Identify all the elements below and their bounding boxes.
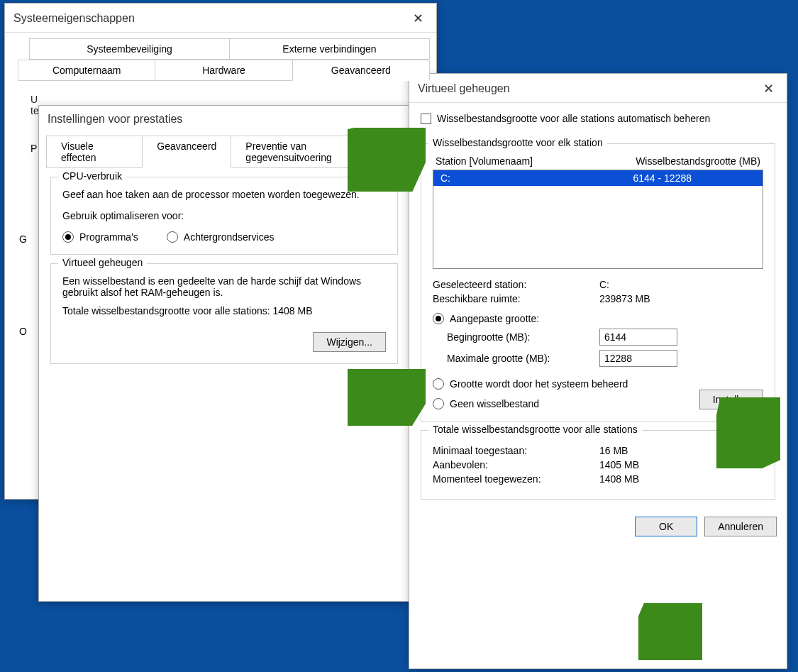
- tab-row-upper: Systeembeveiliging Externe verbindingen: [29, 38, 429, 60]
- radio-custom-size[interactable]: Aangepaste grootte:: [433, 313, 539, 324]
- drive-size: 6144 - 12288: [633, 172, 692, 184]
- vm-desc: Een wisselbestand is een gedeelte van de…: [62, 275, 386, 298]
- column-headers: Station [Volumenaam] Wisselbestandsgroot…: [433, 155, 763, 170]
- radio-dot-icon: [167, 231, 178, 243]
- checkbox-auto-manage[interactable]: Wisselbestandsgrootte voor alle stations…: [421, 113, 710, 124]
- selected-station-label: Geselecteerd station:: [433, 279, 599, 290]
- legend-totals: Totale wisselbestandsgrootte voor alle s…: [428, 424, 642, 435]
- kv-rec: Aanbevolen: 1405 MB: [433, 459, 763, 470]
- group-totals: Totale wisselbestandsgrootte voor alle s…: [421, 430, 775, 500]
- group-per-station: Wisselbestandsgrootte voor elk station S…: [421, 143, 775, 422]
- group-cpu: CPU-verbruik Geef aan hoe taken aan de p…: [50, 177, 398, 255]
- close-icon[interactable]: ✕: [759, 81, 778, 97]
- vm-total-value: 1408 MB: [273, 305, 313, 316]
- window-virtual-memory: Virtueel geheugen ✕ Wisselbestandsgroott…: [409, 73, 787, 669]
- hint-p: P: [31, 143, 37, 154]
- avail-label: Beschikbare ruimte:: [433, 293, 599, 304]
- initial-size-input[interactable]: [599, 329, 677, 346]
- kv-available: Beschikbare ruimte: 239873 MB: [433, 293, 763, 304]
- kv-max: Maximale grootte (MB):: [447, 350, 763, 367]
- wijzigen-button[interactable]: Wijzigen...: [313, 332, 386, 352]
- body-fragment-u: U: [31, 94, 422, 105]
- group-vm: Virtueel geheugen Een wisselbestand is e…: [50, 263, 398, 364]
- rec-value: 1405 MB: [599, 459, 639, 470]
- titlebar-system-properties: Systeemeigenschappen ✕: [5, 4, 436, 33]
- title-performance: Instellingen voor prestaties: [48, 113, 182, 126]
- titlebar-vm: Virtueel geheugen ✕: [409, 74, 787, 103]
- cpu-radio-row: Programma's Achtergrondservices: [62, 231, 386, 243]
- legend-per-station: Wisselbestandsgrootte voor elk station: [428, 137, 607, 148]
- max-size-input[interactable]: [599, 350, 677, 367]
- drive-name: C:: [440, 172, 450, 184]
- radio-programmas[interactable]: Programma's: [62, 231, 138, 243]
- tab-computernaam[interactable]: Computernaam: [18, 60, 155, 80]
- tab-geavanceerd[interactable]: Geavanceerd: [292, 60, 430, 81]
- initial-label: Begingrootte (MB):: [447, 331, 599, 343]
- avail-value: 239873 MB: [599, 293, 650, 304]
- drive-listbox[interactable]: C: 6144 - 12288: [433, 170, 763, 269]
- radio-bg-label: Achtergrondservices: [184, 231, 275, 243]
- cur-label: Momenteel toegewezen:: [433, 473, 599, 485]
- title-vm: Virtueel geheugen: [418, 82, 510, 95]
- kv-cur: Momenteel toegewezen: 1408 MB: [433, 473, 763, 485]
- tab-hardware[interactable]: Hardware: [155, 60, 292, 80]
- col-station: Station [Volumenaam]: [436, 155, 533, 167]
- cpu-desc: Geef aan hoe taken aan de processor moet…: [62, 189, 386, 200]
- titlebar-performance: Instellingen voor prestaties: [39, 106, 409, 131]
- radio-dot-icon: [433, 378, 444, 390]
- instellen-button[interactable]: Instellen: [699, 390, 763, 409]
- tab-systeembeveiliging[interactable]: Systeembeveiliging: [29, 38, 230, 59]
- radio-dot-icon: [433, 313, 444, 324]
- radio-programmas-label: Programma's: [79, 231, 138, 243]
- kv-min: Minimaal toegestaan: 16 MB: [433, 445, 763, 456]
- close-icon[interactable]: ✕: [409, 11, 428, 26]
- tab-visuele-effecten[interactable]: Visuele effecten: [46, 136, 143, 167]
- vm-total-label: Totale wisselbestandsgrootte voor alle s…: [62, 305, 270, 316]
- drive-row[interactable]: C: 6144 - 12288: [433, 170, 763, 186]
- checkbox-box-icon: [421, 114, 431, 124]
- radio-dot-icon: [62, 231, 74, 243]
- title-system-properties: Systeemeigenschappen: [13, 12, 135, 25]
- kv-selected-station: Geselecteerd station: C:: [433, 279, 763, 290]
- window-performance-options: Instellingen voor prestaties Visuele eff…: [38, 105, 410, 602]
- hint-o: O: [19, 326, 27, 337]
- radio-custom-label: Aangepaste grootte:: [450, 313, 539, 324]
- legend-vm: Virtueel geheugen: [58, 257, 147, 268]
- col-size: Wisselbestandsgrootte (MB): [636, 155, 760, 167]
- cur-value: 1408 MB: [599, 473, 639, 485]
- cpu-opt-label: Gebruik optimaliseren voor:: [62, 210, 386, 221]
- radio-achtergrondservices[interactable]: Achtergrondservices: [167, 231, 275, 243]
- legend-cpu: CPU-verbruik: [58, 170, 126, 182]
- tab-preventie[interactable]: Preventie van gegevensuitvoering: [231, 136, 403, 167]
- tab-externe-verbindingen[interactable]: Externe verbindingen: [229, 38, 430, 59]
- radio-system-managed[interactable]: Grootte wordt door het systeem beheerd: [433, 378, 628, 390]
- checkbox-auto-label: Wisselbestandsgrootte voor alle stations…: [437, 113, 710, 124]
- vm-total-row: Totale wisselbestandsgrootte voor alle s…: [62, 305, 386, 316]
- tab-row-lower: Computernaam Hardware Geavanceerd: [18, 60, 429, 81]
- radio-system-label: Grootte wordt door het systeem beheerd: [450, 378, 628, 390]
- radio-no-paging[interactable]: Geen wisselbestand: [433, 398, 628, 409]
- radio-dot-icon: [433, 398, 444, 409]
- dialog-button-row: OK Annuleren: [409, 508, 787, 545]
- min-value: 16 MB: [599, 445, 628, 456]
- tab-geavanceerd-perf[interactable]: Geavanceerd: [142, 136, 231, 168]
- kv-initial: Begingrootte (MB):: [447, 329, 763, 346]
- radio-none-label: Geen wisselbestand: [450, 398, 539, 409]
- ok-button[interactable]: OK: [635, 517, 697, 536]
- rec-label: Aanbevolen:: [433, 459, 599, 470]
- annuleren-button[interactable]: Annuleren: [704, 517, 777, 536]
- max-label: Maximale grootte (MB):: [447, 353, 599, 364]
- min-label: Minimaal toegestaan:: [433, 445, 599, 456]
- selected-station-value: C:: [599, 279, 609, 290]
- hint-g: G: [19, 233, 27, 245]
- tab-row-performance: Visuele effecten Geavanceerd Preventie v…: [46, 136, 402, 168]
